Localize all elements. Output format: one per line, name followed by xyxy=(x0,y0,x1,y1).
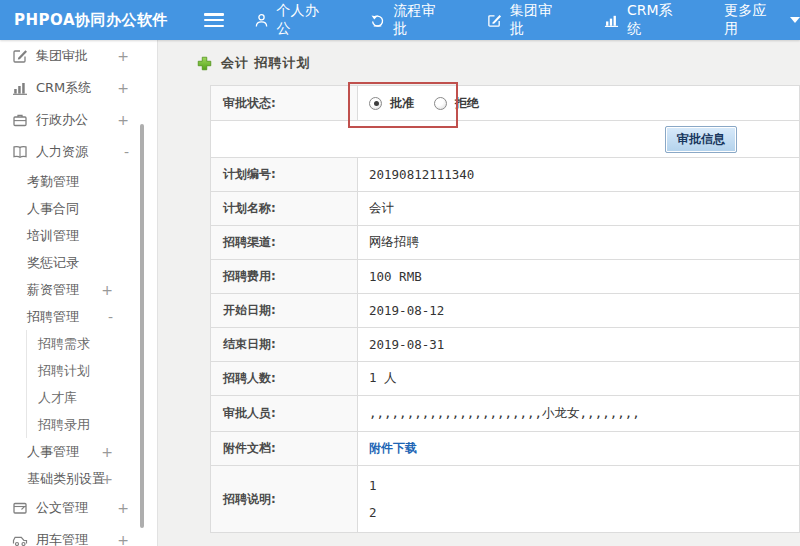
sidebar-item-vehicle[interactable]: 用车管理 + xyxy=(0,524,157,546)
sidebar-item-training[interactable]: 培训管理 xyxy=(0,222,157,249)
recruit-plan-detail-table: 审批状态: 批准 拒绝 审批信息 计划编号: 20190812111340 计划… xyxy=(210,85,800,533)
sidebar-item-personnel[interactable]: 人事管理 + xyxy=(0,438,157,465)
bar-chart-icon xyxy=(12,80,28,96)
row-label: 招聘人数: xyxy=(211,362,358,396)
sidebar-label: 考勤管理 xyxy=(27,173,79,191)
flow-history-icon xyxy=(370,13,385,28)
sidebar-item-hr[interactable]: 人力资源 - xyxy=(0,136,157,168)
row-value: ,,,,,,,,,,,,,,,,,,,,,,,小龙女,,,,,,,, xyxy=(358,396,800,432)
radio-reject[interactable] xyxy=(434,97,447,110)
nav-label: 更多应用 xyxy=(724,2,780,38)
nav-label: 个人办公 xyxy=(277,2,333,38)
table-row-description: 招聘说明: 1 2 xyxy=(211,466,800,533)
sidebar-label: 人事合同 xyxy=(27,200,79,218)
table-row-headcount: 招聘人数: 1 人 xyxy=(211,362,800,396)
row-label: 计划名称: xyxy=(211,192,358,226)
sidebar-label: 人事管理 xyxy=(27,443,79,461)
sidebar-label: 用车管理 xyxy=(36,531,88,546)
sidebar-label: 集团审批 xyxy=(36,47,88,65)
sidebar-item-recruit-hire[interactable]: 招聘录用 xyxy=(0,411,157,438)
expand-icon: - xyxy=(124,144,129,160)
sidebar-item-recruit-plan[interactable]: 招聘计划 xyxy=(0,357,157,384)
table-row-start-date: 开始日期: 2019-08-12 xyxy=(211,294,800,328)
expand-icon: + xyxy=(101,471,113,487)
row-value: 2019-08-31 xyxy=(358,328,800,362)
app-logo: PHPOA协同办公软件 xyxy=(0,11,190,30)
approval-info-button[interactable]: 审批信息 xyxy=(665,126,737,153)
nav-crm-system[interactable]: CRM系统 xyxy=(604,2,686,38)
radio-approve[interactable] xyxy=(369,97,382,110)
description-text: 1 2 xyxy=(369,466,377,532)
row-value: 会计 xyxy=(358,192,800,226)
expand-icon: + xyxy=(117,532,129,546)
sidebar-item-recruit-demand[interactable]: 招聘需求 xyxy=(0,330,157,357)
nav-group-approval[interactable]: 集团审批 xyxy=(487,2,566,38)
hamburger-menu-icon[interactable] xyxy=(204,13,224,27)
row-label: 招聘说明: xyxy=(211,466,358,533)
nav-more-apps[interactable]: 更多应用 xyxy=(724,2,800,38)
expand-icon: - xyxy=(108,309,113,325)
expand-icon: + xyxy=(117,112,129,128)
sidebar-label: 奖惩记录 xyxy=(27,254,79,272)
row-value: 1 人 xyxy=(358,362,800,396)
sidebar-label: 人才库 xyxy=(38,389,77,407)
row-label: 审批人员: xyxy=(211,396,358,432)
page-title: 会计 招聘计划 xyxy=(197,54,311,72)
sidebar-item-hr-contract[interactable]: 人事合同 xyxy=(0,195,157,222)
sidebar-item-crm[interactable]: CRM系统 + xyxy=(0,72,157,104)
expand-icon: + xyxy=(101,282,113,298)
nav-personal-office[interactable]: 个人办公 xyxy=(254,2,333,38)
sidebar-item-group-approval[interactable]: 集团审批 + xyxy=(0,40,157,72)
sidebar-label: 招聘管理 xyxy=(27,308,79,326)
row-value: 网络招聘 xyxy=(358,226,800,260)
sidebar: 集团审批 + CRM系统 + 行政办公 + 人力资源 - 考勤管理 xyxy=(0,40,158,546)
expand-icon: + xyxy=(101,444,113,460)
status-label: 审批状态: xyxy=(211,86,358,121)
sidebar-item-documents[interactable]: 公文管理 + xyxy=(0,492,157,524)
briefcase-icon xyxy=(12,112,28,128)
book-icon xyxy=(12,144,28,160)
table-row-approvers: 审批人员: ,,,,,,,,,,,,,,,,,,,,,,,小龙女,,,,,,,, xyxy=(211,396,800,432)
sidebar-label: 招聘录用 xyxy=(38,416,90,434)
sidebar-item-admin-office[interactable]: 行政办公 + xyxy=(0,104,157,136)
sidebar-item-salary[interactable]: 薪资管理 + xyxy=(0,276,157,303)
sidebar-label: 招聘计划 xyxy=(38,362,90,380)
person-icon xyxy=(254,13,269,28)
row-value: 100 RMB xyxy=(358,260,800,294)
table-row-channel: 招聘渠道: 网络招聘 xyxy=(211,226,800,260)
bar-chart-icon xyxy=(604,13,619,28)
sidebar-item-recruitment[interactable]: 招聘管理 - xyxy=(0,303,157,330)
add-plus-icon[interactable] xyxy=(197,56,212,71)
topbar: PHPOA协同办公软件 个人办公 流程审批 集团审批 CRM系统 xyxy=(0,0,800,40)
expand-icon: + xyxy=(117,80,129,96)
sidebar-label: 培训管理 xyxy=(27,227,79,245)
nav-label: 流程审批 xyxy=(393,2,449,38)
table-row-plan-number: 计划编号: 20190812111340 xyxy=(211,158,800,192)
sidebar-scrollbar[interactable] xyxy=(140,124,144,528)
row-value: 1 2 xyxy=(358,466,800,533)
sidebar-item-attendance[interactable]: 考勤管理 xyxy=(0,168,157,195)
sidebar-item-base-category[interactable]: 基础类别设置 + xyxy=(0,465,157,492)
nav-workflow-approval[interactable]: 流程审批 xyxy=(370,2,449,38)
row-value: 20190812111340 xyxy=(358,158,800,192)
attachment-download-link[interactable]: 附件下载 xyxy=(369,441,417,455)
sidebar-item-talent-pool[interactable]: 人才库 xyxy=(0,384,157,411)
page-title-text: 会计 招聘计划 xyxy=(221,54,311,72)
nav-label: CRM系统 xyxy=(627,2,686,38)
sidebar-label: 基础类别设置 xyxy=(27,470,105,488)
table-row-end-date: 结束日期: 2019-08-31 xyxy=(211,328,800,362)
sidebar-label: 人力资源 xyxy=(36,143,88,161)
expand-icon: + xyxy=(117,48,129,64)
row-label: 附件文档: xyxy=(211,432,358,466)
approval-radio-group: 批准 拒绝 xyxy=(369,95,799,112)
row-value: 2019-08-12 xyxy=(358,294,800,328)
table-row-status: 审批状态: 批准 拒绝 xyxy=(211,86,800,121)
row-label: 结束日期: xyxy=(211,328,358,362)
document-icon xyxy=(12,500,28,516)
sidebar-label: 薪资管理 xyxy=(27,281,79,299)
top-navigation: 个人办公 流程审批 集团审批 CRM系统 更多应用 xyxy=(254,2,800,38)
row-label: 招聘渠道: xyxy=(211,226,358,260)
button-cell: 审批信息 xyxy=(211,121,800,158)
car-icon xyxy=(12,532,28,546)
sidebar-item-rewards[interactable]: 奖惩记录 xyxy=(0,249,157,276)
